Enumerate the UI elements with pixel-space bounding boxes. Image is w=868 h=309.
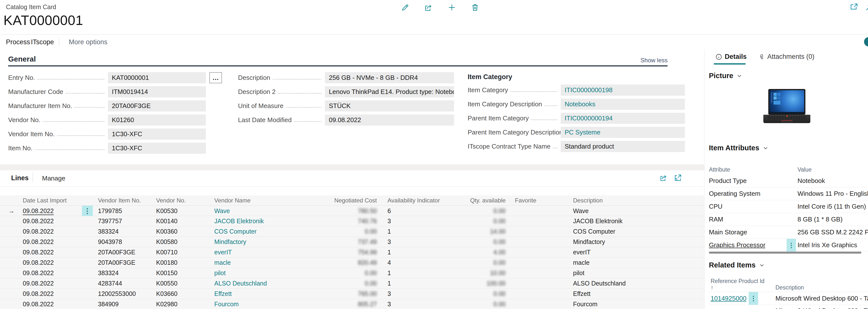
col-header-description[interactable]: Description: [564, 197, 704, 204]
manufacturer-item-no-input[interactable]: 20TA00F3GE: [108, 100, 206, 111]
col-header-favorite[interactable]: Favorite: [505, 197, 564, 204]
cell-qty-available-redacted[interactable]: 4.00: [493, 249, 505, 255]
open-in-window-button[interactable]: [849, 2, 859, 12]
attribute-row[interactable]: Product Type Notebook: [709, 174, 868, 187]
table-row[interactable]: 09.08.2022 12002553000 K03660 Effzett 76…: [0, 289, 704, 299]
cell-vendor-item-no[interactable]: 384909: [98, 301, 156, 308]
cell-vendor-no[interactable]: K00150: [156, 269, 214, 277]
cell-description[interactable]: ALSO Deutschland: [564, 280, 704, 287]
corner-arrow-button[interactable]: [864, 3, 868, 13]
menu-more-options[interactable]: More options: [69, 38, 107, 46]
cell-qty-available-redacted[interactable]: 100.00: [487, 280, 505, 287]
cell-negotiated-cost-redacted[interactable]: 780.50: [358, 207, 377, 214]
entry-no-input[interactable]: KAT0000001: [108, 72, 206, 83]
cell-vendor-name-link[interactable]: everIT: [214, 249, 334, 256]
delete-button[interactable]: [470, 2, 480, 12]
vendor-no-input[interactable]: K01260: [108, 114, 206, 126]
cell-date[interactable]: 09.08.2022: [23, 228, 81, 235]
cell-availability[interactable]: 6: [377, 207, 470, 214]
table-row[interactable]: 09.08.2022 383324 K00150 pilot 0.00 1 10…: [0, 268, 704, 278]
cell-negotiated-cost-redacted[interactable]: 0.00: [365, 269, 377, 276]
related-item-row-partial[interactable]: Microsoft Wired Desktop 600 - Tastat...: [709, 305, 868, 309]
description-input[interactable]: 256 GB - NVMe - 8 GB - DDR4: [325, 72, 454, 83]
attribute-name[interactable]: Graphics Processor: [709, 241, 765, 249]
share-button[interactable]: [424, 2, 434, 12]
row-menu-button[interactable]: ⋮: [749, 292, 758, 305]
col-header-availability[interactable]: Availability Indicator: [377, 197, 470, 204]
table-row[interactable]: → 09.08.2022 ⋮ 1799785 K00530 Wave 780.5…: [0, 206, 704, 216]
vendor-item-no-input[interactable]: 1C30-XFC: [108, 129, 206, 140]
cell-vendor-no[interactable]: K00550: [156, 280, 214, 287]
product-picture[interactable]: [763, 89, 810, 126]
cell-date[interactable]: 09.08.2022: [23, 269, 81, 277]
cell-description[interactable]: Wave: [564, 207, 704, 214]
entry-no-assist-button[interactable]: …: [209, 72, 222, 83]
cell-qty-available-redacted[interactable]: 0.00: [493, 301, 505, 308]
cell-vendor-item-no[interactable]: 9043978: [98, 238, 156, 245]
attribute-row[interactable]: RAM 8 GB (1 * 8 GB): [709, 213, 868, 226]
cell-negotiated-cost-redacted[interactable]: 0.00: [365, 280, 377, 287]
col-header-date[interactable]: Date Last Import: [23, 197, 81, 204]
col-header-vendor-name[interactable]: Vendor Name: [214, 197, 334, 204]
item-category-description-link[interactable]: Notebooks: [561, 99, 685, 110]
cell-description[interactable]: macle: [564, 259, 704, 266]
item-no-input[interactable]: 1C30-XFC: [108, 143, 206, 154]
item-attributes-section-header[interactable]: Item Attributes: [709, 144, 769, 152]
table-row[interactable]: 09.08.2022 7397757 K00140 JACOB Elektron…: [0, 216, 704, 227]
cell-vendor-item-no[interactable]: 7397757: [98, 217, 156, 225]
cell-description[interactable]: Fourcom: [564, 301, 704, 308]
attribute-row[interactable]: Operating System Windows 11 Pro - Englis…: [709, 187, 868, 200]
cell-qty-available-redacted[interactable]: 14.00: [490, 228, 505, 235]
cell-vendor-no[interactable]: K03660: [156, 290, 214, 297]
cell-negotiated-cost-redacted[interactable]: 740.76: [358, 217, 377, 225]
cell-availability[interactable]: 1: [377, 249, 470, 256]
cell-vendor-name-link[interactable]: pilot: [214, 269, 334, 277]
row-menu-button[interactable]: ⋮: [786, 239, 796, 252]
cell-availability[interactable]: 1: [377, 269, 470, 277]
cell-qty-available-redacted[interactable]: 0.00: [493, 217, 505, 225]
cell-description[interactable]: everIT: [564, 249, 704, 256]
cell-vendor-no[interactable]: K00180: [156, 259, 214, 266]
tab-lines[interactable]: Lines: [11, 174, 29, 182]
cell-qty-available-redacted[interactable]: 0.00: [493, 290, 505, 297]
description-2-input[interactable]: Lenovo ThinkPad E14. Product type: Noteb…: [325, 86, 454, 97]
cell-date[interactable]: 09.08.2022: [23, 259, 81, 266]
cell-qty-available-redacted[interactable]: 0.00: [493, 238, 505, 245]
cell-date[interactable]: 09.08.2022: [23, 238, 81, 245]
cell-vendor-no[interactable]: K00140: [156, 217, 214, 225]
table-row[interactable]: 09.08.2022 20TA00F3GE K00180 macle 820.4…: [0, 258, 704, 268]
cell-negotiated-cost-redacted[interactable]: 805.27: [358, 301, 377, 308]
table-row[interactable]: 09.08.2022 9043978 K00580 Mindfactory 73…: [0, 237, 704, 247]
table-row[interactable]: 09.08.2022 384909 K02980 Fourcom 805.27 …: [0, 299, 704, 309]
related-item-row[interactable]: 1014925000 ⋮ Microsoft Wired Desktop 600…: [709, 292, 868, 305]
parent-item-category-link[interactable]: ITIC0000000194: [561, 113, 685, 124]
picture-section-header[interactable]: Picture: [709, 72, 743, 80]
col-header-qty-available[interactable]: Qty. available: [470, 197, 505, 204]
cell-negotiated-cost-redacted[interactable]: 737.49: [358, 238, 377, 245]
table-row[interactable]: 09.08.2022 383324 K00360 COS Computer 0.…: [0, 227, 704, 237]
cell-vendor-name-link[interactable]: Fourcom: [214, 301, 334, 308]
cell-date[interactable]: 09.08.2022: [23, 217, 81, 225]
row-menu-button[interactable]: ⋮: [82, 206, 93, 216]
cell-availability[interactable]: 3: [377, 290, 470, 297]
cell-vendor-no[interactable]: K00530: [156, 207, 214, 214]
cell-vendor-item-no[interactable]: 1799785: [98, 207, 156, 214]
cell-negotiated-cost-redacted[interactable]: 0.00: [365, 228, 377, 235]
cell-vendor-no[interactable]: K00360: [156, 228, 214, 235]
last-date-modified-input[interactable]: 09.08.2022: [325, 114, 454, 126]
cell-vendor-name-link[interactable]: Mindfactory: [214, 238, 334, 245]
cell-vendor-item-no[interactable]: 383324: [98, 269, 156, 277]
tab-manage[interactable]: Manage: [42, 174, 65, 182]
reference-product-id-link[interactable]: 1014925000: [711, 295, 746, 302]
col-header-reference-product-id[interactable]: Reference Product Id: [711, 278, 764, 284]
manufacturer-code-input[interactable]: ITM0019414: [108, 86, 206, 97]
menu-itscope[interactable]: ITscope: [31, 38, 54, 46]
tab-details[interactable]: Details: [715, 53, 747, 61]
unit-of-measure-input[interactable]: STÜCK: [325, 100, 454, 111]
cell-vendor-name-link[interactable]: Wave: [214, 207, 334, 214]
general-heading[interactable]: General: [8, 55, 36, 63]
tab-attachments[interactable]: Attachments (0): [758, 53, 814, 61]
parent-item-category-description-link[interactable]: PC Systeme: [561, 127, 685, 138]
related-items-section-header[interactable]: Related Items: [709, 261, 765, 269]
cell-availability[interactable]: 3: [377, 217, 470, 225]
